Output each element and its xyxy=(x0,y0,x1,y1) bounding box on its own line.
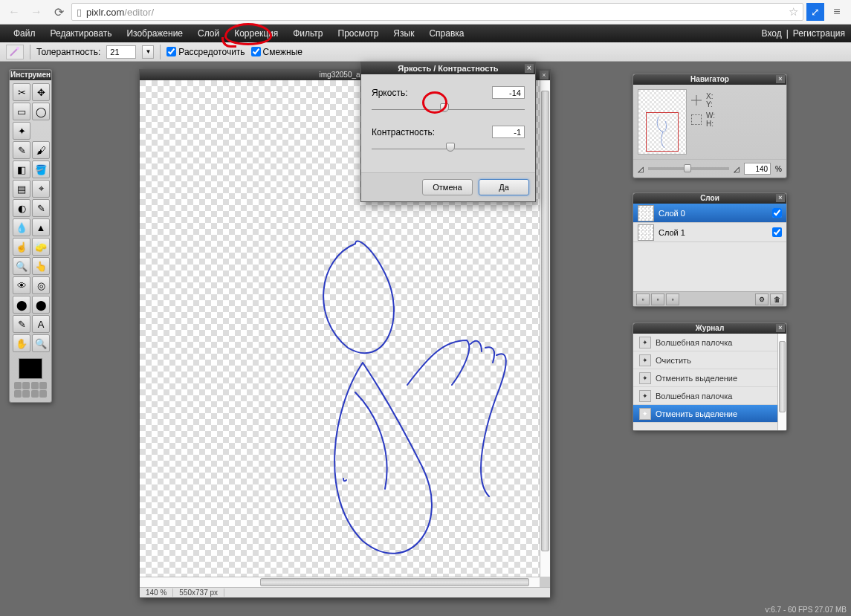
vertical-scrollbar[interactable] xyxy=(540,80,550,577)
bloat-tool[interactable]: ⬤ xyxy=(13,296,30,314)
zoom-tool[interactable]: 🔍 xyxy=(32,334,50,352)
move-tool[interactable]: ✥ xyxy=(32,83,50,101)
swatch[interactable] xyxy=(31,382,39,389)
pinch-tool[interactable]: ⬤ xyxy=(32,296,50,314)
forward-button[interactable]: → xyxy=(27,2,46,22)
swatch[interactable] xyxy=(31,390,39,398)
brightness-slider[interactable] xyxy=(372,103,525,112)
zoom-slider[interactable] xyxy=(648,167,729,170)
burn-tool[interactable]: 👆 xyxy=(32,257,50,275)
contiguous-checkbox-input[interactable] xyxy=(251,47,261,56)
history-scrollbar[interactable] xyxy=(777,334,786,430)
pencil-tool[interactable]: ✎ xyxy=(13,141,30,159)
tolerance-dropdown[interactable]: ▼ xyxy=(142,45,154,59)
menu-image[interactable]: Изображение xyxy=(119,25,190,42)
navigator-close-button[interactable]: × xyxy=(776,75,785,83)
layer-settings-button[interactable]: ⚙ xyxy=(755,294,769,305)
zoom-slider-thumb[interactable] xyxy=(684,164,691,172)
layer-visibility-checkbox[interactable] xyxy=(772,208,782,218)
blur-tool[interactable]: 💧 xyxy=(13,218,30,236)
marquee-tool[interactable]: ▭ xyxy=(13,103,30,120)
history-row[interactable]: ✦Волшебная палочка xyxy=(633,334,786,351)
swatch[interactable] xyxy=(22,382,30,389)
dialog-close-button[interactable]: × xyxy=(525,64,534,73)
dodge-tool[interactable]: 🔍 xyxy=(13,257,30,275)
brightness-slider-thumb[interactable] xyxy=(440,103,449,112)
smudge-tool[interactable]: ☝ xyxy=(13,238,30,256)
navigator-viewport-box[interactable] xyxy=(646,112,679,152)
history-title[interactable]: Журнал× xyxy=(633,323,786,334)
contrast-slider[interactable] xyxy=(372,143,525,152)
color-replace-tool[interactable]: ◐ xyxy=(13,199,30,217)
menu-view[interactable]: Просмотр xyxy=(331,25,386,42)
scatter-checkbox[interactable]: Рассредоточить xyxy=(166,47,245,57)
swatch[interactable] xyxy=(39,382,47,389)
history-scrollbar-thumb[interactable] xyxy=(779,341,786,412)
brightness-input[interactable] xyxy=(492,86,525,99)
menu-language[interactable]: Язык xyxy=(386,25,421,42)
bookmark-icon[interactable]: ☆ xyxy=(789,5,798,19)
gradient-tool[interactable]: ▤ xyxy=(13,180,30,198)
back-button[interactable]: ← xyxy=(4,2,24,22)
sponge-tool[interactable]: 🧽 xyxy=(32,238,50,256)
brush-tool[interactable]: 🖌 xyxy=(32,141,50,159)
layers-title[interactable]: Слои× xyxy=(633,193,786,204)
zoom-in-icon[interactable]: ◿ xyxy=(734,165,740,173)
menu-file[interactable]: Файл xyxy=(6,25,43,42)
swatch[interactable] xyxy=(22,390,30,398)
new-layer-button[interactable]: ▫ xyxy=(636,294,650,305)
clone-stamp-tool[interactable]: ⌖ xyxy=(32,180,50,198)
ok-button[interactable]: Да xyxy=(479,179,529,195)
menu-filter[interactable]: Фильтр xyxy=(285,25,330,42)
address-bar[interactable]: ▯ pixlr.com/editor/ ☆ xyxy=(71,3,803,21)
swatch[interactable] xyxy=(14,382,22,389)
navigator-thumbnail[interactable] xyxy=(638,89,687,155)
spot-heal-tool[interactable]: ◎ xyxy=(32,276,50,294)
history-close-button[interactable]: × xyxy=(776,324,785,332)
dialog-title-bar[interactable]: Яркость / Контрастность× xyxy=(361,62,535,74)
menu-edit[interactable]: Редактировать xyxy=(43,25,120,42)
fullscreen-icon[interactable]: ⤢ xyxy=(806,3,824,21)
draw-tool[interactable]: ✎ xyxy=(32,199,50,217)
history-row[interactable]: ✦Волшебная палочка xyxy=(633,387,786,405)
vertical-scrollbar-thumb[interactable] xyxy=(541,91,549,551)
layer-row[interactable]: Слой 1 xyxy=(633,223,786,242)
colorpicker-tool[interactable]: ✎ xyxy=(13,315,30,333)
tolerance-input[interactable] xyxy=(106,45,136,59)
paint-bucket-tool[interactable]: 🪣 xyxy=(32,161,50,178)
swatch[interactable] xyxy=(14,390,22,398)
contiguous-checkbox[interactable]: Смежные xyxy=(251,47,302,57)
contrast-input[interactable] xyxy=(492,126,525,138)
red-eye-tool[interactable]: 👁 xyxy=(13,276,30,294)
foreground-color-swatch[interactable] xyxy=(19,358,42,379)
horizontal-scrollbar[interactable] xyxy=(140,577,540,587)
register-link[interactable]: Регистрация xyxy=(793,28,845,39)
login-link[interactable]: Вход xyxy=(762,28,782,39)
zoom-out-icon[interactable]: ◿ xyxy=(638,165,644,173)
canvas-close-button[interactable]: × xyxy=(540,71,549,80)
menu-help[interactable]: Справка xyxy=(421,25,471,42)
navigator-title[interactable]: Навигатор× xyxy=(633,74,786,85)
zoom-input[interactable] xyxy=(744,163,771,175)
history-row[interactable]: ✦Очистить xyxy=(633,351,786,369)
layer-visibility-checkbox[interactable] xyxy=(772,227,782,237)
duplicate-layer-button[interactable]: ▫ xyxy=(666,294,679,305)
delete-layer-button[interactable]: 🗑 xyxy=(770,294,783,305)
sharpen-tool[interactable]: ▲ xyxy=(32,218,50,236)
history-row[interactable]: ✦Отменить выделение xyxy=(633,369,786,387)
cancel-button[interactable]: Отмена xyxy=(422,179,473,195)
layers-close-button[interactable]: × xyxy=(776,194,785,202)
horizontal-scrollbar-thumb[interactable] xyxy=(260,578,529,586)
wand-tool[interactable]: ✦ xyxy=(13,122,30,140)
layer-row[interactable]: Слой 0 xyxy=(633,204,786,223)
reload-button[interactable]: ⟳ xyxy=(49,2,68,22)
history-row[interactable]: ✦Отменить выделение xyxy=(633,405,786,423)
contrast-slider-thumb[interactable] xyxy=(446,143,455,152)
crop-tool[interactable]: ✂ xyxy=(13,83,30,101)
browser-menu-icon[interactable]: ≡ xyxy=(827,2,847,22)
eraser-tool[interactable]: ◧ xyxy=(13,161,30,178)
hand-tool[interactable]: ✋ xyxy=(13,334,30,352)
scatter-checkbox-input[interactable] xyxy=(166,47,176,56)
lasso-tool[interactable]: ◯ xyxy=(32,103,50,120)
swatch[interactable] xyxy=(39,390,47,398)
